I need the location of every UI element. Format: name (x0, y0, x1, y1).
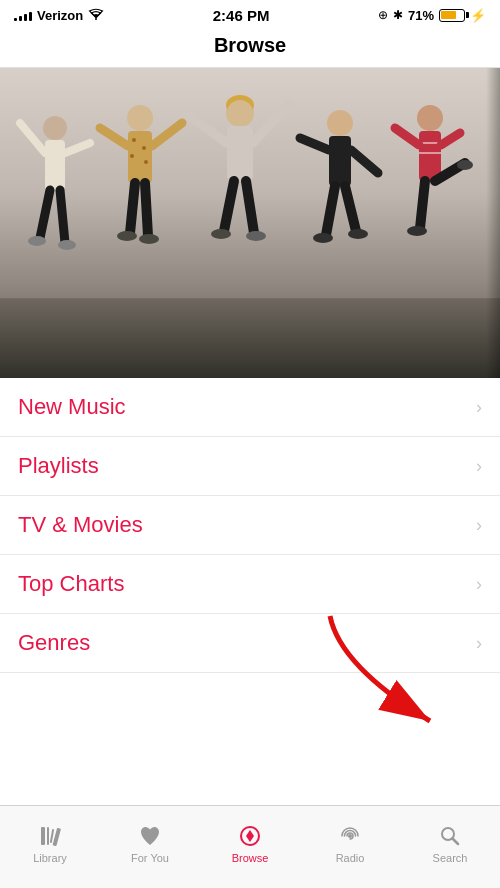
svg-line-19 (145, 183, 148, 236)
chevron-right-icon: › (476, 574, 482, 595)
browse-icon (238, 824, 262, 848)
heart-icon (138, 824, 162, 848)
svg-point-26 (227, 100, 253, 126)
svg-point-11 (58, 240, 76, 250)
bluetooth-icon: ✱ (393, 8, 403, 22)
svg-point-57 (348, 834, 352, 838)
hero-banner[interactable] (0, 68, 500, 378)
chevron-right-icon: › (476, 633, 482, 654)
tab-library-label: Library (33, 852, 67, 864)
svg-rect-53 (41, 827, 45, 845)
svg-line-46 (420, 181, 425, 228)
menu-list: New Music › Playlists › TV & Movies › To… (0, 378, 500, 673)
svg-point-15 (142, 146, 146, 150)
status-right: ⊕ ✱ 71% ⚡ (378, 8, 486, 23)
battery-icon (439, 9, 465, 22)
svg-point-10 (28, 236, 46, 246)
radio-icon (338, 824, 362, 848)
signal-bars (14, 9, 32, 21)
page-title: Browse (214, 34, 286, 56)
tab-radio-label: Radio (336, 852, 365, 864)
svg-point-40 (313, 233, 333, 243)
svg-rect-54 (47, 827, 49, 845)
svg-point-51 (457, 160, 473, 170)
chevron-right-icon: › (476, 515, 482, 536)
tab-bar: Library For You Browse Radio Search (0, 805, 500, 888)
svg-rect-55 (50, 829, 54, 843)
svg-line-59 (453, 839, 459, 845)
svg-rect-43 (419, 131, 441, 181)
menu-item-top-charts[interactable]: Top Charts › (0, 555, 500, 614)
svg-point-16 (130, 154, 134, 158)
tab-search-label: Search (433, 852, 468, 864)
side-peek-indicator (486, 68, 500, 378)
tab-radio[interactable]: Radio (300, 816, 400, 864)
svg-rect-5 (45, 140, 65, 190)
svg-point-22 (117, 231, 137, 241)
svg-point-34 (327, 110, 353, 136)
svg-point-50 (407, 226, 427, 236)
library-icon (38, 824, 62, 848)
svg-point-4 (43, 116, 67, 140)
carrier-label: Verizon (37, 8, 83, 23)
svg-point-14 (132, 138, 136, 142)
chevron-right-icon: › (476, 397, 482, 418)
wifi-icon (88, 8, 104, 23)
svg-point-0 (95, 18, 97, 20)
location-icon: ⊕ (378, 8, 388, 22)
menu-item-tv-movies[interactable]: TV & Movies › (0, 496, 500, 555)
menu-item-playlists[interactable]: Playlists › (0, 437, 500, 496)
page-header: Browse (0, 28, 500, 68)
status-left: Verizon (14, 8, 104, 23)
chevron-right-icon: › (476, 456, 482, 477)
tab-search[interactable]: Search (400, 816, 500, 864)
svg-rect-27 (227, 126, 253, 181)
svg-point-17 (144, 160, 148, 164)
svg-rect-35 (329, 136, 351, 186)
tab-browse[interactable]: Browse (200, 816, 300, 864)
hero-image (0, 68, 500, 378)
svg-point-42 (417, 105, 443, 131)
svg-point-12 (127, 105, 153, 131)
tab-browse-label: Browse (232, 852, 269, 864)
charging-icon: ⚡ (470, 8, 486, 23)
svg-line-7 (60, 190, 65, 243)
tab-for-you-label: For You (131, 852, 169, 864)
svg-point-33 (246, 231, 266, 241)
menu-item-genres[interactable]: Genres › (0, 614, 500, 673)
svg-line-18 (130, 183, 135, 233)
search-icon (438, 824, 462, 848)
svg-point-41 (348, 229, 368, 239)
status-bar: Verizon 2:46 PM ⊕ ✱ 71% ⚡ (0, 0, 500, 28)
tab-for-you[interactable]: For You (100, 816, 200, 864)
menu-item-new-music[interactable]: New Music › (0, 378, 500, 437)
time-display: 2:46 PM (213, 7, 270, 24)
tab-library[interactable]: Library (0, 816, 100, 864)
svg-rect-2 (0, 298, 500, 378)
svg-point-23 (139, 234, 159, 244)
svg-point-32 (211, 229, 231, 239)
battery-percent: 71% (408, 8, 434, 23)
